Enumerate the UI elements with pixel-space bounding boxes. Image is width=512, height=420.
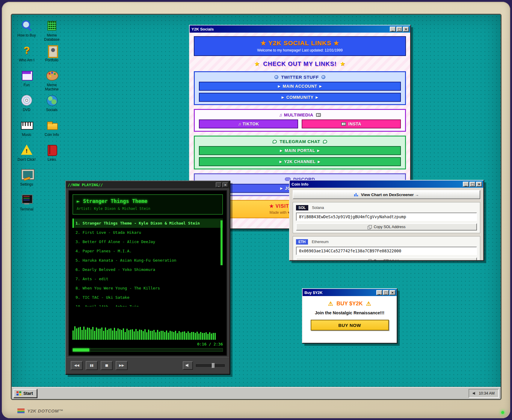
monitor-bezel: How to Buy Who Am I Fun DVD Music Don't … (2, 2, 510, 418)
warning-icon: ⚠ (328, 300, 333, 307)
buy-now-button[interactable]: BUY NOW (311, 320, 389, 330)
player-controls: ◀◀ ▮▮ ■ ▶▶ (67, 357, 229, 373)
coin-info-titlebar[interactable]: Coin Info _ □ × (290, 181, 483, 188)
buy-warning-line: ⚠ BUY $Y2K ⚠ (306, 300, 393, 307)
settings-tools-icon (21, 169, 33, 181)
close-button[interactable]: × (476, 182, 482, 187)
desktop-icon-music[interactable]: Music (14, 118, 39, 142)
playlist-item[interactable]: 4. Paper Planes - M.I.A. (73, 246, 223, 256)
minimize-button[interactable]: _ (376, 290, 382, 295)
desktop-icon-coin-info[interactable]: Coin Info (39, 118, 64, 142)
tray-clock: 10:34 AM (479, 391, 495, 395)
copy-sol-label: Copy SOL Address (374, 225, 406, 229)
buy-y2k-body: ⚠ BUY $Y2K ⚠ Join the Nostalgic Renaissa… (303, 296, 397, 343)
playlist-item[interactable]: 8. When You Were Young - The Killers (73, 283, 223, 293)
desktop-icon-terminal[interactable]: Terminal (14, 192, 39, 217)
banner-title: ★ Y2K SOCIAL LINKS ★ (194, 40, 405, 47)
previous-track-button[interactable]: ◀◀ (71, 361, 83, 370)
desktop-icon-meme-machine[interactable]: Meme Machine (39, 68, 64, 93)
desktop-icon-dont-click[interactable]: Don't Click! (14, 142, 39, 167)
next-track-button[interactable]: ▶▶ (116, 361, 128, 370)
desktop-icon-links[interactable]: Links (39, 142, 64, 167)
maximize-button[interactable]: □ (396, 27, 402, 32)
playlist-item[interactable]: 3. Better Off Alone - Alice DeeJay (73, 237, 223, 246)
window-title: Coin Info (291, 182, 308, 187)
time-display: 0:16 / 2:36 (73, 342, 223, 346)
monitor-brand: Y2K DOTCOM™ (17, 408, 64, 413)
speaker-icon (473, 392, 476, 395)
headline-text: CHECK OUT MY LINKS! (263, 60, 336, 67)
stop-button[interactable]: ■ (101, 361, 113, 370)
eth-row: ETH Ethereum (296, 239, 477, 245)
coin-info-body: View Chart on DexScreener → SOL Solana 8… (290, 188, 483, 260)
copy-sol-address-button[interactable]: Copy SOL Address (296, 223, 477, 231)
tiktok-button[interactable]: ♫ TIKTOK (199, 119, 298, 128)
progress-bar[interactable] (73, 348, 223, 352)
volume-slider-thumb[interactable] (212, 363, 215, 368)
system-tray[interactable]: 10:34 AM (469, 389, 499, 398)
window-title: Buy $Y2K (304, 290, 323, 295)
playlist-item[interactable]: 9. TIC TAC - Uki Satake (73, 293, 223, 302)
playlist-item[interactable]: 7. Ants - edit (73, 274, 223, 283)
icon-label: Socials (42, 108, 61, 112)
close-button[interactable]: × (222, 182, 228, 187)
playlist-scroll-thumb[interactable] (220, 220, 223, 265)
view-chart-label: View Chart on DexScreener → (361, 192, 419, 197)
playlist-item[interactable]: 10. Avril 14th - Aphex Twin (73, 302, 223, 307)
playlist-item[interactable]: 2. First Love - Utada Hikaru (73, 228, 223, 237)
mute-button[interactable] (183, 361, 193, 370)
desktop-icon-fun[interactable]: Fun (14, 68, 39, 93)
pause-button[interactable]: ▮▮ (86, 361, 98, 370)
start-label: Start (23, 391, 33, 396)
desktop-icon-dvd[interactable]: DVD (14, 93, 39, 118)
copy-eth-address-button[interactable]: Copy ETH Address (296, 257, 477, 260)
now-playing-track: ► Stranger Things Theme (77, 198, 219, 204)
coin-info-content: View Chart on DexScreener → SOL Solana 8… (290, 188, 483, 260)
desktop-icon-portfolio[interactable]: Portfolio (39, 43, 64, 68)
insta-button[interactable]: INSTA (302, 119, 401, 128)
playlist-item[interactable]: 6. Dearly Beloved - Yoko Shimomura (73, 265, 223, 274)
twitter-main-account-button[interactable]: ► MAIN ACCOUNT ► (199, 82, 401, 91)
view-chart-dexscreener-button[interactable]: View Chart on DexScreener → (293, 190, 480, 199)
desktop-icon-column-1: How to Buy Who Am I Fun DVD Music Don't … (14, 18, 39, 217)
telegram-main-portal-button[interactable]: ► MAIN PORTAL ► (199, 146, 401, 155)
window-controls: _ × (216, 182, 228, 187)
desktop-icon-settings[interactable]: Settings (14, 167, 39, 192)
player-titlebar[interactable]: //NOW PLAYING// _ × (66, 181, 229, 188)
desktop-icon-who-am-i[interactable]: Who Am I (14, 43, 39, 68)
desktop-icon-socials[interactable]: Socials (39, 93, 64, 118)
playlist-item[interactable]: 5. Haruka Kanata - Asian Kung-Fu Generat… (73, 256, 223, 265)
insta-label: INSTA (348, 122, 361, 126)
twitter-section-header: TWITTER STUFF (197, 75, 403, 80)
minimize-button[interactable]: _ (216, 182, 222, 187)
visualizer (73, 325, 223, 340)
close-button[interactable]: × (389, 290, 395, 295)
sol-row: SOL Solana (296, 205, 477, 210)
piano-keys-icon (21, 119, 33, 131)
start-button[interactable]: Start (13, 389, 37, 398)
camera-icon (341, 122, 346, 126)
icon-label: Coin Info (42, 133, 61, 137)
volume-slider[interactable] (196, 364, 225, 367)
window-buy-y2k: Buy $Y2K _ □ × ⚠ BUY $Y2K ⚠ Join the Nos… (302, 288, 397, 343)
close-button[interactable]: × (403, 27, 409, 32)
icon-label: Meme Machine (42, 83, 61, 92)
icon-label: How to Buy (17, 33, 36, 37)
desktop-icon-how-to-buy[interactable]: How to Buy (14, 18, 39, 43)
telegram-y2k-channel-button[interactable]: ► Y2K CHANNEL ► (199, 157, 401, 166)
icon-label: Don't Click! (17, 157, 36, 162)
minimize-button[interactable]: _ (390, 27, 396, 32)
multimedia-section: ♫ MULTIMEDIA ♫ TIKTOK INSTA (194, 109, 406, 132)
warning-icon: ⚠ (366, 300, 371, 307)
twitter-community-button[interactable]: ► COMMUNITY ► (199, 93, 401, 102)
playlist-item[interactable]: 1. Stranger Things Theme - Kyle Dixon & … (73, 219, 223, 228)
socials-titlebar[interactable]: Y2K Socials _ □ × (190, 25, 410, 33)
maximize-button[interactable]: □ (383, 290, 389, 295)
desktop-icon-column-2: Meme Database Portfolio Meme Machine Soc… (39, 18, 64, 217)
telegram-section: TELEGRAM CHAT ► MAIN PORTAL ► ► Y2K CHAN… (194, 136, 406, 169)
desktop-icon-meme-database[interactable]: Meme Database (39, 18, 64, 43)
minimize-button[interactable]: _ (463, 182, 469, 187)
buy-warning-text: BUY $Y2K (336, 301, 363, 307)
buy-y2k-titlebar[interactable]: Buy $Y2K _ □ × (303, 289, 397, 296)
maximize-button[interactable]: □ (469, 182, 475, 187)
